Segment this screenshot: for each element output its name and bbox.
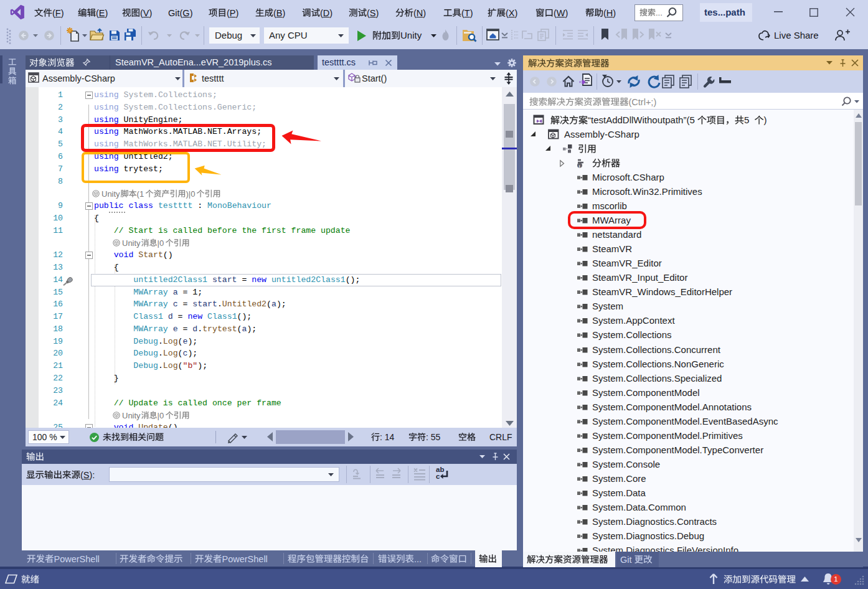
svg-text:(S): (S) — [367, 7, 379, 17]
svg-text:(E): (E) — [96, 7, 108, 17]
svg-text:(V): (V) — [140, 7, 152, 17]
svg-text:Unity: Unity — [400, 30, 422, 40]
svg-text:(S):: (S): — [80, 469, 95, 479]
svg-text:(1: (1 — [137, 189, 144, 199]
svg-text:(X): (X) — [506, 7, 517, 17]
svg-text:5: 5 — [744, 115, 749, 125]
svg-text:: 14: : 14 — [380, 432, 395, 442]
svg-text:c: c — [436, 473, 440, 480]
svg-text:): ) — [764, 115, 767, 125]
svg-text:...: ... — [414, 554, 422, 563]
svg-text:Unity: Unity — [122, 411, 141, 420]
svg-text:(W): (W) — [554, 7, 568, 17]
svg-text:Git(G): Git(G) — [168, 7, 192, 17]
svg-text:...: ... — [656, 8, 663, 17]
svg-text:PowerShell: PowerShell — [222, 554, 268, 563]
svg-text:(F): (F) — [52, 7, 64, 17]
svg-text:|0: |0 — [158, 238, 164, 248]
svg-text:PowerShell: PowerShell — [54, 554, 100, 563]
svg-text:(N): (N) — [413, 7, 426, 17]
svg-text:|0: |0 — [158, 411, 164, 420]
svg-text:(H): (H) — [603, 7, 616, 17]
svg-text:i: i — [579, 163, 580, 168]
svg-text:(B): (B) — [273, 7, 285, 17]
svg-text:(Ctrl+;): (Ctrl+;) — [629, 97, 657, 106]
svg-text:: 55: : 55 — [426, 432, 441, 442]
svg-text:(T): (T) — [461, 7, 473, 17]
svg-text:(D): (D) — [320, 7, 333, 17]
svg-text:Git: Git — [620, 554, 632, 564]
svg-text:Unity: Unity — [101, 189, 120, 199]
svg-text:)|0: )|0 — [186, 189, 196, 199]
svg-text:“testAddDllWithoutpath”(5: “testAddDllWithoutpath”(5 — [588, 115, 695, 125]
svg-text:(P): (P) — [227, 7, 238, 17]
svg-text:Unity: Unity — [122, 238, 141, 248]
